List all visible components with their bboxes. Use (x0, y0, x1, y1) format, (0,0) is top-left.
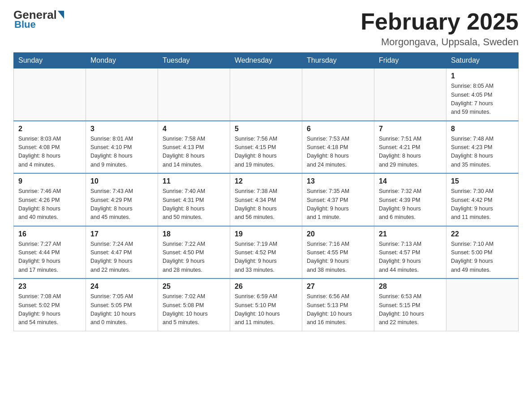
calendar-cell: 9Sunrise: 7:46 AMSunset: 4:26 PMDaylight… (14, 173, 86, 226)
calendar-cell (14, 68, 86, 121)
day-number: 15 (451, 177, 514, 185)
month-title: February 2025 (360, 9, 519, 34)
day-info: Sunrise: 8:01 AMSunset: 4:10 PMDaylight:… (90, 135, 153, 170)
calendar-week-row-1: 1Sunrise: 8:05 AMSunset: 4:05 PMDaylight… (14, 68, 519, 121)
calendar-cell: 6Sunrise: 7:53 AMSunset: 4:18 PMDaylight… (302, 121, 374, 174)
day-number: 18 (163, 230, 225, 238)
day-number: 24 (90, 283, 153, 291)
day-info: Sunrise: 7:08 AMSunset: 5:02 PMDaylight:… (18, 292, 81, 327)
calendar-cell: 23Sunrise: 7:08 AMSunset: 5:02 PMDayligh… (14, 278, 86, 331)
day-info: Sunrise: 7:40 AMSunset: 4:31 PMDaylight:… (163, 187, 225, 222)
calendar-cell: 12Sunrise: 7:38 AMSunset: 4:34 PMDayligh… (230, 173, 302, 226)
weekday-header-tuesday: Tuesday (158, 53, 230, 68)
calendar-cell: 14Sunrise: 7:32 AMSunset: 4:39 PMDayligh… (374, 173, 446, 226)
calendar-cell: 13Sunrise: 7:35 AMSunset: 4:37 PMDayligh… (302, 173, 374, 226)
day-info: Sunrise: 7:22 AMSunset: 4:50 PMDaylight:… (163, 240, 225, 275)
day-number: 9 (18, 177, 81, 185)
calendar-cell: 7Sunrise: 7:51 AMSunset: 4:21 PMDaylight… (374, 121, 446, 174)
day-info: Sunrise: 6:59 AMSunset: 5:10 PMDaylight:… (235, 292, 297, 327)
day-info: Sunrise: 7:02 AMSunset: 5:08 PMDaylight:… (163, 292, 225, 327)
day-number: 6 (307, 125, 369, 133)
day-number: 27 (307, 283, 369, 291)
day-info: Sunrise: 6:53 AMSunset: 5:15 PMDaylight:… (379, 292, 442, 327)
logo-blue-text: Blue (13, 19, 36, 30)
logo: General Blue (13, 9, 65, 30)
calendar-cell (230, 68, 302, 121)
day-info: Sunrise: 7:27 AMSunset: 4:44 PMDaylight:… (18, 240, 81, 275)
day-number: 17 (90, 230, 153, 238)
weekday-header-friday: Friday (374, 53, 446, 68)
weekday-header-saturday: Saturday (446, 53, 519, 68)
calendar-cell: 3Sunrise: 8:01 AMSunset: 4:10 PMDaylight… (86, 121, 158, 174)
day-info: Sunrise: 7:10 AMSunset: 5:00 PMDaylight:… (451, 240, 514, 275)
title-area: February 2025 Morgongava, Uppsala, Swede… (360, 9, 519, 48)
day-number: 4 (163, 125, 225, 133)
calendar-cell: 5Sunrise: 7:56 AMSunset: 4:15 PMDaylight… (230, 121, 302, 174)
day-number: 20 (307, 230, 369, 238)
day-number: 23 (18, 283, 81, 291)
day-number: 13 (307, 177, 369, 185)
day-info: Sunrise: 7:58 AMSunset: 4:13 PMDaylight:… (163, 135, 225, 170)
day-number: 2 (18, 125, 81, 133)
calendar-cell: 26Sunrise: 6:59 AMSunset: 5:10 PMDayligh… (230, 278, 302, 331)
weekday-header-monday: Monday (86, 53, 158, 68)
day-info: Sunrise: 7:51 AMSunset: 4:21 PMDaylight:… (379, 135, 442, 170)
calendar-cell (86, 68, 158, 121)
day-number: 14 (379, 177, 442, 185)
day-info: Sunrise: 7:16 AMSunset: 4:55 PMDaylight:… (307, 240, 369, 275)
calendar-cell: 16Sunrise: 7:27 AMSunset: 4:44 PMDayligh… (14, 226, 86, 279)
calendar-cell: 15Sunrise: 7:30 AMSunset: 4:42 PMDayligh… (446, 173, 519, 226)
day-number: 10 (90, 177, 153, 185)
calendar-table: SundayMondayTuesdayWednesdayThursdayFrid… (13, 52, 519, 331)
calendar-cell: 1Sunrise: 8:05 AMSunset: 4:05 PMDaylight… (446, 68, 519, 121)
calendar-cell (374, 68, 446, 121)
day-number: 1 (451, 72, 514, 80)
day-number: 28 (379, 283, 442, 291)
calendar-week-row-5: 23Sunrise: 7:08 AMSunset: 5:02 PMDayligh… (14, 278, 519, 331)
calendar-cell: 28Sunrise: 6:53 AMSunset: 5:15 PMDayligh… (374, 278, 446, 331)
calendar-cell: 10Sunrise: 7:43 AMSunset: 4:29 PMDayligh… (86, 173, 158, 226)
day-info: Sunrise: 7:48 AMSunset: 4:23 PMDaylight:… (451, 135, 514, 170)
logo-arrow-icon (58, 11, 64, 19)
calendar-cell: 18Sunrise: 7:22 AMSunset: 4:50 PMDayligh… (158, 226, 230, 279)
day-info: Sunrise: 7:56 AMSunset: 4:15 PMDaylight:… (235, 135, 297, 170)
calendar-cell: 4Sunrise: 7:58 AMSunset: 4:13 PMDaylight… (158, 121, 230, 174)
day-info: Sunrise: 6:56 AMSunset: 5:13 PMDaylight:… (307, 292, 369, 327)
day-info: Sunrise: 7:43 AMSunset: 4:29 PMDaylight:… (90, 187, 153, 222)
day-info: Sunrise: 8:03 AMSunset: 4:08 PMDaylight:… (18, 135, 81, 170)
day-number: 19 (235, 230, 297, 238)
day-info: Sunrise: 7:13 AMSunset: 4:57 PMDaylight:… (379, 240, 442, 275)
calendar-cell: 17Sunrise: 7:24 AMSunset: 4:47 PMDayligh… (86, 226, 158, 279)
day-number: 7 (379, 125, 442, 133)
day-info: Sunrise: 7:32 AMSunset: 4:39 PMDaylight:… (379, 187, 442, 222)
day-number: 11 (163, 177, 225, 185)
day-number: 8 (451, 125, 514, 133)
weekday-header-row: SundayMondayTuesdayWednesdayThursdayFrid… (14, 53, 519, 68)
weekday-header-wednesday: Wednesday (230, 53, 302, 68)
calendar-cell: 27Sunrise: 6:56 AMSunset: 5:13 PMDayligh… (302, 278, 374, 331)
day-number: 3 (90, 125, 153, 133)
calendar-week-row-4: 16Sunrise: 7:27 AMSunset: 4:44 PMDayligh… (14, 226, 519, 279)
day-info: Sunrise: 7:35 AMSunset: 4:37 PMDaylight:… (307, 187, 369, 222)
calendar-cell: 25Sunrise: 7:02 AMSunset: 5:08 PMDayligh… (158, 278, 230, 331)
day-info: Sunrise: 7:46 AMSunset: 4:26 PMDaylight:… (18, 187, 81, 222)
day-info: Sunrise: 7:05 AMSunset: 5:05 PMDaylight:… (90, 292, 153, 327)
day-number: 16 (18, 230, 81, 238)
day-number: 12 (235, 177, 297, 185)
day-number: 22 (451, 230, 514, 238)
day-number: 26 (235, 283, 297, 291)
calendar-week-row-2: 2Sunrise: 8:03 AMSunset: 4:08 PMDaylight… (14, 121, 519, 174)
calendar-cell: 22Sunrise: 7:10 AMSunset: 5:00 PMDayligh… (446, 226, 519, 279)
calendar-cell: 24Sunrise: 7:05 AMSunset: 5:05 PMDayligh… (86, 278, 158, 331)
calendar-week-row-3: 9Sunrise: 7:46 AMSunset: 4:26 PMDaylight… (14, 173, 519, 226)
day-info: Sunrise: 7:38 AMSunset: 4:34 PMDaylight:… (235, 187, 297, 222)
weekday-header-sunday: Sunday (14, 53, 86, 68)
calendar-cell: 21Sunrise: 7:13 AMSunset: 4:57 PMDayligh… (374, 226, 446, 279)
calendar-cell: 8Sunrise: 7:48 AMSunset: 4:23 PMDaylight… (446, 121, 519, 174)
day-info: Sunrise: 7:53 AMSunset: 4:18 PMDaylight:… (307, 135, 369, 170)
day-info: Sunrise: 7:30 AMSunset: 4:42 PMDaylight:… (451, 187, 514, 222)
weekday-header-thursday: Thursday (302, 53, 374, 68)
calendar-cell (158, 68, 230, 121)
day-info: Sunrise: 8:05 AMSunset: 4:05 PMDaylight:… (451, 82, 514, 117)
day-number: 25 (163, 283, 225, 291)
